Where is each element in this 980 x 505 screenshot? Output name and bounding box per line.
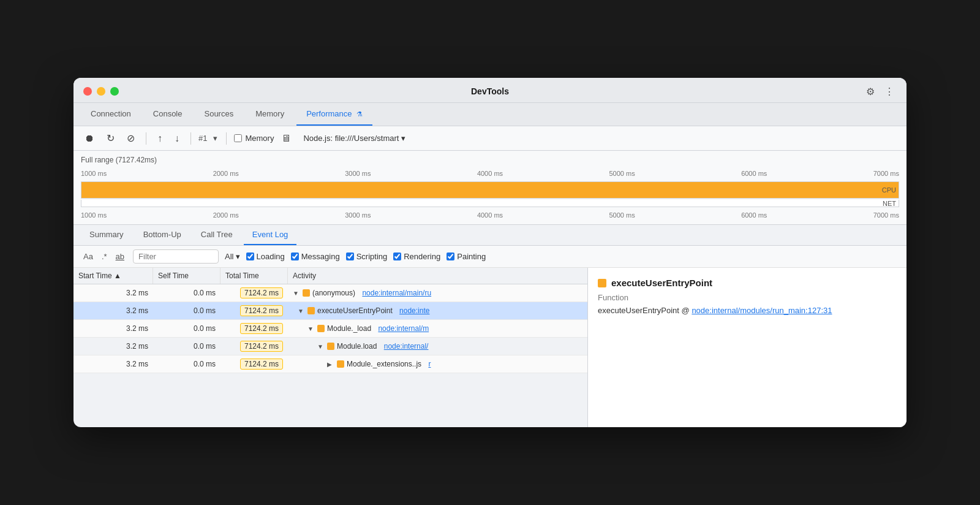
expand-icon[interactable]: ▼ — [317, 343, 325, 350]
performance-flask-icon: ⚗ — [356, 110, 363, 118]
table-row[interactable]: 3.2 ms 0.0 ms 7124.2 ms ▼ executeUserEnt… — [74, 302, 587, 320]
memory-checkbox[interactable] — [234, 134, 242, 142]
timeline-ruler-bottom[interactable]: 1000 ms 2000 ms 3000 ms 4000 ms 5000 ms … — [81, 208, 899, 222]
right-panel-link[interactable]: node:internal/modules/run_main:127:31 — [692, 306, 832, 315]
messaging-checkbox[interactable] — [291, 252, 299, 260]
ruler-mark-1000: 1000 ms — [81, 170, 107, 177]
total-time-badge: 7124.2 ms — [240, 341, 283, 352]
header-self-time[interactable]: Self Time — [153, 268, 221, 284]
clear-button[interactable]: ⊘ — [123, 130, 138, 146]
loading-checkbox-label[interactable]: Loading — [246, 252, 285, 261]
expand-icon[interactable]: ▼ — [293, 290, 300, 297]
header-start-time[interactable]: Start Time ▲ — [74, 268, 153, 284]
tab-bottom-up[interactable]: Bottom-Up — [135, 225, 190, 245]
nav-tabs: Connection Console Sources Memory Perfor… — [74, 103, 907, 126]
tab-call-tree[interactable]: Call Tree — [192, 225, 241, 245]
ruler-marks-bottom: 1000 ms 2000 ms 3000 ms 4000 ms 5000 ms … — [81, 211, 899, 219]
download-button[interactable]: ↓ — [171, 131, 183, 146]
activity-link[interactable]: node:internal/m — [378, 324, 429, 333]
cpu-bar-container: CPU — [81, 181, 899, 199]
reload-button[interactable]: ↻ — [103, 130, 118, 146]
activity-link[interactable]: node:internal/ — [384, 342, 429, 351]
window-title: DevTools — [471, 86, 509, 96]
cell-start-time: 3.2 ms — [74, 357, 153, 371]
activity-icon — [317, 325, 325, 332]
record-button[interactable]: ⏺ — [81, 131, 98, 146]
scripting-checkbox[interactable] — [346, 252, 354, 260]
ruler-mark-5000: 5000 ms — [609, 170, 635, 177]
total-time-badge: 7124.2 ms — [240, 359, 283, 370]
lower-tabs: Summary Bottom-Up Call Tree Event Log — [74, 225, 907, 246]
filter-dropdown-arrow: ▾ — [236, 252, 240, 261]
cell-total-time: 7124.2 ms — [221, 320, 288, 337]
ruler-mark-b-3000: 3000 ms — [345, 211, 371, 219]
painting-checkbox[interactable] — [447, 252, 454, 260]
filter-text-buttons: Aa .* ab — [81, 251, 127, 262]
tab-event-log[interactable]: Event Log — [244, 225, 297, 245]
tab-connection[interactable]: Connection — [81, 103, 141, 126]
rendering-checkbox-label[interactable]: Rendering — [393, 252, 440, 261]
loading-checkbox[interactable] — [246, 252, 254, 260]
painting-checkbox-label[interactable]: Painting — [447, 252, 486, 261]
right-panel: executeUserEntryPoint Function executeUs… — [588, 268, 907, 427]
filter-text-dot-button[interactable]: .* — [99, 251, 110, 262]
messaging-checkbox-label[interactable]: Messaging — [291, 252, 340, 261]
header-activity[interactable]: Activity — [288, 268, 587, 284]
expand-icon[interactable]: ▶ — [327, 361, 334, 368]
reload-icon: ↻ — [107, 132, 115, 144]
right-panel-title-row: executeUserEntryPoint — [598, 278, 897, 288]
settings-icon[interactable]: ⚙ — [864, 85, 877, 99]
close-button[interactable] — [83, 87, 92, 96]
cell-activity: ▼ executeUserEntryPoint node:inte — [288, 303, 587, 318]
cpu-label: CPU — [882, 186, 896, 194]
node-selector-button[interactable]: Node.js: file:///Users/stmart ▾ — [303, 134, 405, 143]
more-options-icon[interactable]: ⋮ — [882, 85, 897, 99]
ruler-mark-3000: 3000 ms — [345, 170, 371, 177]
ruler-mark-b-5000: 5000 ms — [609, 211, 635, 219]
activity-link[interactable]: node:internal/main/ru — [362, 289, 431, 297]
tab-performance[interactable]: Performance ⚗ — [296, 103, 372, 126]
table-row[interactable]: 3.2 ms 0.0 ms 7124.2 ms ▼ Module.load no… — [74, 338, 587, 355]
cell-self-time: 0.0 ms — [153, 339, 221, 354]
right-panel-subtitle: Function — [598, 293, 897, 302]
cell-total-time: 7124.2 ms — [221, 284, 288, 302]
ruler-mark-7000: 7000 ms — [873, 170, 899, 177]
node-selector-dropdown-icon: ▾ — [401, 134, 405, 143]
profile-dropdown-button[interactable]: ▾ — [212, 132, 219, 144]
filter-all-dropdown[interactable]: All ▾ — [225, 252, 239, 261]
scripting-checkbox-label[interactable]: Scripting — [346, 252, 388, 261]
table-row[interactable]: 3.2 ms 0.0 ms 7124.2 ms ▼ (anonymous) no… — [74, 284, 587, 302]
cell-self-time: 0.0 ms — [153, 303, 221, 318]
tab-summary[interactable]: Summary — [81, 225, 132, 245]
filter-text-aa-button[interactable]: Aa — [81, 251, 96, 262]
upload-button[interactable]: ↑ — [154, 131, 166, 146]
timeline-ruler-top: 1000 ms 2000 ms 3000 ms 4000 ms 5000 ms … — [81, 167, 899, 180]
ruler-marks-top: 1000 ms 2000 ms 3000 ms 4000 ms 5000 ms … — [81, 170, 899, 177]
table-row[interactable]: 3.2 ms 0.0 ms 7124.2 ms ▶ Module._extens… — [74, 355, 587, 373]
minimize-button[interactable] — [97, 87, 105, 96]
filter-input[interactable] — [133, 249, 219, 264]
maximize-button[interactable] — [110, 87, 119, 96]
memory-label-text: Memory — [245, 134, 274, 143]
expand-icon[interactable]: ▼ — [298, 308, 305, 314]
total-time-badge: 7124.2 ms — [240, 323, 283, 334]
record-icon: ⏺ — [85, 133, 94, 144]
activity-link[interactable]: r — [428, 360, 431, 368]
clear-icon: ⊘ — [127, 132, 135, 144]
header-total-time[interactable]: Total Time — [221, 268, 288, 284]
memory-checkbox-label[interactable]: Memory — [234, 134, 274, 143]
cell-start-time: 3.2 ms — [74, 339, 153, 354]
table-row[interactable]: 3.2 ms 0.0 ms 7124.2 ms ▼ Module._load n… — [74, 320, 587, 338]
total-time-badge: 7124.2 ms — [240, 305, 283, 316]
tab-memory[interactable]: Memory — [246, 103, 294, 126]
capture-screenshot-icon[interactable]: 🖥 — [279, 131, 293, 146]
activity-icon — [307, 307, 315, 314]
expand-icon[interactable]: ▼ — [307, 325, 315, 332]
tab-console[interactable]: Console — [143, 103, 192, 126]
filter-text-ab-button[interactable]: ab — [113, 251, 127, 262]
activity-link[interactable]: node:inte — [399, 306, 429, 315]
main-content: Start Time ▲ Self Time Total Time Activi… — [74, 268, 907, 427]
tab-sources[interactable]: Sources — [194, 103, 243, 126]
rendering-checkbox[interactable] — [393, 252, 401, 260]
total-time-badge: 7124.2 ms — [240, 287, 283, 298]
